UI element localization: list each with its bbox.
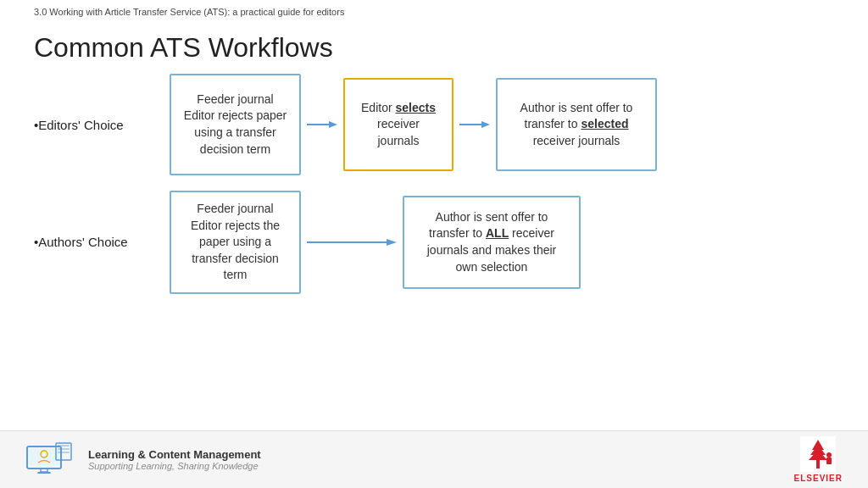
feeder-box-2: Feeder journal Editor rejects the paper …	[170, 191, 301, 294]
top-bar: 3.0 Working with Article Transfer Servic…	[0, 0, 868, 24]
footer-left: Learning & Content Management Supporting…	[25, 440, 261, 480]
svg-rect-16	[816, 460, 820, 469]
editors-choice-label: •Editors' Choice	[34, 118, 170, 132]
svg-rect-8	[41, 469, 47, 472]
svg-marker-5	[387, 239, 397, 246]
authors-choice-row: •Authors' Choice Feeder journal Editor r…	[34, 191, 834, 294]
editors-choice-row: •Editors' Choice Feeder journal Editor r…	[34, 74, 834, 175]
editor-selects-box: Editor selects receiver journals	[343, 78, 453, 171]
author-offer-box-2: Author is sent offer to transfer to ALL …	[403, 196, 581, 289]
svg-marker-3	[481, 121, 490, 128]
top-bar-text: 3.0 Working with Article Transfer Servic…	[34, 7, 344, 17]
elsevier-tree-icon	[800, 436, 836, 472]
svg-marker-1	[329, 121, 337, 128]
page-title: Common ATS Workflows	[0, 24, 868, 74]
feeder-box-1: Feeder journal Editor rejects paper usin…	[170, 74, 301, 175]
content-area: •Editors' Choice Feeder journal Editor r…	[0, 74, 868, 294]
arrow-1	[301, 116, 343, 133]
svg-point-20	[826, 452, 832, 458]
footer-learning-icon	[25, 440, 76, 480]
footer-subtitle: Supporting Learning, Sharing Knowledge	[88, 461, 261, 471]
elsevier-logo: ELSEVIER	[794, 436, 843, 483]
arrow-icon-1	[305, 116, 339, 133]
footer-text-block: Learning & Content Management Supporting…	[88, 448, 261, 471]
footer: Learning & Content Management Supporting…	[0, 430, 868, 488]
arrow-icon-2	[458, 116, 492, 133]
arrow-long-icon	[305, 234, 398, 251]
arrow-2	[453, 116, 496, 133]
footer-title: Learning & Content Management	[88, 448, 261, 461]
svg-rect-12	[58, 445, 70, 446]
svg-rect-21	[826, 458, 832, 464]
arrow-long	[301, 234, 403, 251]
authors-choice-label: •Authors' Choice	[34, 235, 170, 249]
elsevier-label: ELSEVIER	[794, 474, 843, 483]
svg-rect-14	[58, 452, 70, 453]
svg-rect-13	[58, 448, 70, 450]
svg-rect-9	[37, 472, 51, 474]
author-offer-box-1: Author is sent offer to transfer to sele…	[496, 78, 657, 171]
